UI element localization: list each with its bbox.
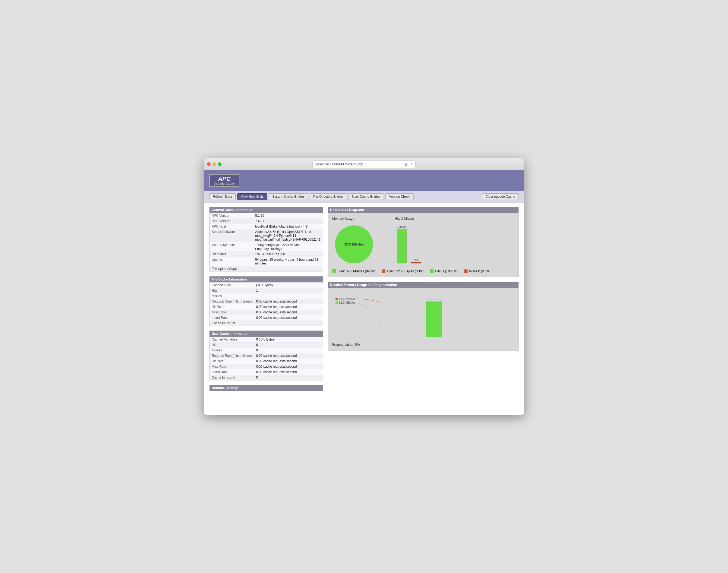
row-value: 0.00 cache requests/second [254, 304, 323, 310]
row-value: 1 Segment(s) with 32.0 MBytes ( memory, … [253, 242, 323, 252]
row-value: 0.00 cache requests/second [254, 364, 323, 369]
row-label: Uptime [210, 257, 253, 266]
row-label: Miss Rate [210, 310, 254, 315]
table-row: Hits 0 [210, 342, 323, 348]
reader-icon[interactable]: ⊞ [404, 162, 408, 167]
legend-used-label: Used: 32.4 KBytes (0.1%) [387, 269, 424, 273]
left-panel: General Cache Information APC Version 5.… [209, 207, 323, 396]
address-bar-icons: ⊞ ↻ [404, 162, 414, 167]
row-label: Shared Memory [210, 242, 253, 252]
fragmentation-inner: 32.5 KBytes 32.0 MBytes [332, 292, 514, 341]
row-label: PHP Version [210, 218, 253, 224]
view-host-stats-button[interactable]: View Host Stats [237, 193, 267, 200]
legend-free: Free: 32.0 MBytes (99.9%) [332, 269, 376, 273]
legend-used-color [382, 269, 385, 273]
runtime-settings-section: Runtime Settings [209, 385, 323, 391]
minimize-button[interactable] [213, 162, 216, 166]
address-bar[interactable]: localhost:8888/MAMP/apc.php [313, 160, 415, 168]
row-value: 0.00 cache requests/second [254, 310, 323, 315]
frag-svg [332, 292, 514, 335]
apc-logo: APC Opcode Cache [209, 174, 239, 187]
legend-hits: Hits: 1 (100.0%) [430, 269, 458, 273]
table-row: Misses [210, 293, 323, 299]
legend-misses-label: Misses: (0.0%) [469, 269, 491, 273]
row-value [253, 266, 323, 271]
address-bar-container: localhost:8888/MAMP/apc.php ⊞ ↻ [313, 160, 415, 168]
misses-bar [411, 262, 421, 263]
pie-svg: 32.0 MBytes [332, 223, 376, 266]
forward-button[interactable]: › [235, 161, 242, 168]
table-row: Server Software Apache/2.4.58 (Unix) Ope… [210, 229, 323, 242]
row-label: Request Rate (hits, misses) [210, 353, 254, 359]
memory-label: Memory Usage [332, 217, 354, 220]
row-label: Server Software [210, 229, 253, 242]
row-value: 0 [254, 348, 323, 353]
row-label: Cached Variables [210, 337, 254, 342]
traffic-lights [207, 162, 222, 166]
system-cache-entries-button[interactable]: System Cache Entries [269, 193, 308, 200]
row-value: 0.00 cache requests/second [254, 299, 323, 304]
row-label: File Upload Support [210, 266, 253, 271]
maximize-button[interactable] [218, 162, 222, 166]
apc-logo-subtitle: Opcode Cache [214, 182, 235, 185]
row-value: 0.00 cache requests/second [254, 315, 323, 320]
runtime-settings-header: Runtime Settings [210, 385, 323, 391]
row-value: 5.1.20 [253, 213, 323, 218]
user-cache-table: Cached Variables 0 ( 0.0 Bytes) Hits 0 M… [210, 337, 323, 380]
table-row: Request Rate (hits, misses) 0.00 cache r… [210, 353, 323, 359]
legend-free-label: Free: 32.0 MBytes (99.9%) [337, 269, 376, 273]
table-row: Hit Rate 0.00 cache requests/second [210, 304, 323, 310]
table-row: Miss Rate 0.00 cache requests/second [210, 310, 323, 315]
legend-misses-color [464, 269, 468, 273]
version-check-button[interactable]: Version Check [385, 193, 413, 200]
diagrams-row: Memory Usage [332, 217, 514, 266]
row-value: 0 [254, 375, 323, 380]
row-value [254, 320, 323, 326]
toolbar: Refresh Data View Host Stats System Cach… [204, 191, 524, 203]
row-value: 0.00 cache requests/second [254, 353, 323, 359]
hits-label: Hits & Misses [395, 217, 414, 220]
table-row: Cache full count [210, 320, 323, 326]
table-row: APC Host localhost (Dirks-iMac-2.fritz.b… [210, 224, 323, 229]
row-label: Insert Rate [210, 369, 254, 375]
row-value: 0.00 cache requests/second [254, 369, 323, 375]
legend-misses: Misses: (0.0%) [464, 269, 491, 273]
user-cache-entries-button[interactable]: User Cache Entries [348, 193, 384, 200]
frag-line-1 [357, 299, 381, 303]
table-row: Hits 1 [210, 288, 323, 293]
reload-icon[interactable]: ↻ [409, 162, 414, 167]
legend-hits-color [430, 269, 434, 273]
misses-bar-label: 0.0% [413, 259, 419, 262]
row-label: Misses [210, 348, 254, 353]
apc-header: APC Opcode Cache [204, 170, 524, 191]
file-cache-table: Cached Files ( 0.0 Bytes) Hits 1 Misses [210, 282, 323, 326]
host-status-box: Host Status Diagrams Memory Usage [328, 207, 519, 277]
row-value: 7.4.27 [253, 218, 323, 224]
row-label: Hits [210, 342, 254, 348]
table-row: Insert Rate 0.00 cache requests/second [210, 315, 323, 320]
table-row: Hit Rate 0.00 cache requests/second [210, 359, 323, 364]
main-layout: General Cache Information APC Version 5.… [204, 203, 524, 400]
per-directory-entries-button[interactable]: Per-Directory Entries [310, 193, 347, 200]
general-cache-header: General Cache Information [210, 207, 323, 213]
row-label: Start Time [210, 252, 253, 257]
table-row: Cache full count 0 [210, 375, 323, 380]
table-row: Insert Rate 0.00 cache requests/second [210, 369, 323, 375]
clear-opcode-cache-button[interactable]: Clear opcode Cache [482, 193, 519, 200]
general-cache-section: General Cache Information APC Version 5.… [209, 207, 323, 272]
general-cache-table: APC Version 5.1.20 PHP Version 7.4.27 AP… [210, 213, 323, 271]
file-cache-section: File Cache Information Cached Files ( 0.… [209, 276, 323, 326]
table-row: Start Time 1970/01/01 01:00:00 [210, 252, 323, 257]
row-value: localhost (Dirks-iMac-2.fritz.box) (::1) [253, 224, 323, 229]
legend-used: Used: 32.4 KBytes (0.1%) [382, 269, 424, 273]
hits-bar-label: 100.0% [397, 225, 406, 228]
url-text: localhost:8888/MAMP/apc.php [316, 162, 363, 166]
refresh-data-button[interactable]: Refresh Data [209, 193, 236, 200]
fragmentation-content: 32.5 KBytes 32.0 MBytes [328, 288, 518, 350]
close-button[interactable] [207, 162, 211, 166]
table-row: Misses 0 [210, 348, 323, 353]
memory-diagram: Memory Usage [332, 217, 376, 266]
row-label: Hits [210, 288, 254, 293]
row-value: ( 0.0 Bytes) [254, 282, 323, 288]
back-button[interactable]: ‹ [226, 161, 233, 168]
